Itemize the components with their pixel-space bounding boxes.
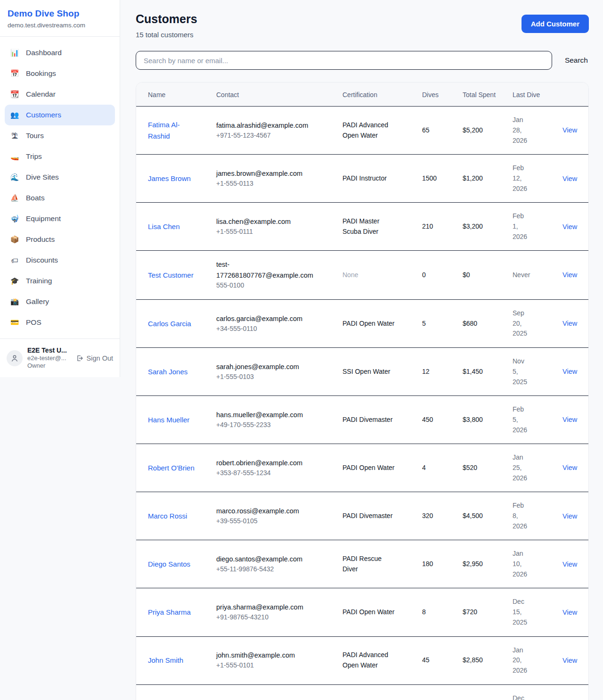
view-link[interactable]: View xyxy=(562,464,577,471)
search-button[interactable]: Search xyxy=(564,53,589,67)
shop-header: Demo Dive Shop demo.test.divestreams.com xyxy=(0,0,120,37)
customer-phone: +1-555-0101 xyxy=(216,660,327,671)
sidebar-item-customers[interactable]: 👥 Customers xyxy=(5,105,115,125)
customer-name-link[interactable]: Carlos Garcia xyxy=(148,318,191,329)
customer-last-dive: Feb 12, 2026 xyxy=(501,155,535,202)
customer-total-spent: $5,200 xyxy=(451,117,501,144)
customer-name-link[interactable]: Diego Santos xyxy=(148,559,190,569)
customer-phone: +1-555-0103 xyxy=(216,372,327,382)
customer-dives: 0 xyxy=(410,262,451,289)
sidebar-item-tours[interactable]: 🏝 Tours xyxy=(5,125,115,146)
diving-mask-icon: 🤿 xyxy=(9,214,20,223)
view-link[interactable]: View xyxy=(562,223,577,231)
customer-name-link[interactable]: Fatima Al-Rashid xyxy=(148,119,197,141)
customer-name-link[interactable]: John Smith xyxy=(148,655,183,666)
view-link[interactable]: View xyxy=(562,609,577,616)
sidebar-item-trips[interactable]: 🚤 Trips xyxy=(5,146,115,167)
view-link[interactable]: View xyxy=(562,560,577,568)
avatar xyxy=(7,350,23,366)
sidebar-item-training[interactable]: 🎓 Training xyxy=(5,271,115,291)
customer-total-spent: $4,500 xyxy=(451,502,501,530)
view-link[interactable]: View xyxy=(562,416,577,423)
customer-last-dive: Jan 20, 2026 xyxy=(501,637,535,684)
sidebar-item-products[interactable]: 📦 Products xyxy=(5,229,115,250)
table-row: Lisa Chen lisa.chen@example.com +1-555-0… xyxy=(136,203,588,251)
sidebar-item-label: Boats xyxy=(26,194,45,202)
customer-name-link[interactable]: Lisa Chen xyxy=(148,221,180,232)
customer-name-link[interactable]: Sarah Jones xyxy=(148,366,187,377)
customer-certification: PADI Instructor xyxy=(331,165,399,192)
add-customer-button[interactable]: Add Customer xyxy=(522,15,589,33)
sidebar-item-boats[interactable]: ⛵ Boats xyxy=(5,188,115,208)
shop-domain: demo.test.divestreams.com xyxy=(8,22,112,29)
customer-total-spent: $2,850 xyxy=(451,647,501,674)
customer-last-dive: Jan 28, 2026 xyxy=(501,107,535,154)
customer-dives: 45 xyxy=(410,647,451,674)
customer-last-dive: Nov 5, 2025 xyxy=(501,348,535,395)
sidebar-item-dive-sites[interactable]: 🌊 Dive Sites xyxy=(5,167,115,188)
page-title: Customers xyxy=(136,12,197,26)
customer-last-dive: Feb 5, 2026 xyxy=(501,396,535,444)
customer-name-link[interactable]: Priya Sharma xyxy=(148,607,191,618)
sidebar-item-gallery[interactable]: 📸 Gallery xyxy=(5,291,115,312)
customer-certification: PADI Open Water xyxy=(331,599,399,626)
customer-name-link[interactable]: Robert O'Brien xyxy=(148,462,195,473)
customer-email: carlos.garcia@example.com xyxy=(216,313,319,324)
user-section: E2E Test U... e2e-tester@... Owner Sign … xyxy=(0,338,120,377)
view-link[interactable]: View xyxy=(562,126,577,134)
customer-last-dive: Dec 28, 2025 xyxy=(501,685,535,700)
customer-dives: 5 xyxy=(410,310,451,338)
customer-name-link[interactable]: Hans Mueller xyxy=(148,414,189,425)
customer-certification: PADI Divemaster xyxy=(331,406,399,434)
customer-last-dive: Feb 8, 2026 xyxy=(501,492,535,540)
customer-email: diego.santos@example.com xyxy=(216,554,319,564)
column-header-name: Name xyxy=(136,82,204,106)
search-row: Search xyxy=(136,51,589,70)
view-link[interactable]: View xyxy=(562,657,577,664)
sidebar-item-bookings[interactable]: 📅 Bookings xyxy=(5,63,115,84)
view-link[interactable]: View xyxy=(562,271,577,279)
customer-phone: +39-555-0105 xyxy=(216,516,327,527)
view-link[interactable]: View xyxy=(562,320,577,327)
sidebar-item-equipment[interactable]: 🤿 Equipment xyxy=(5,208,115,229)
customer-email: yuki.tanaka@example.com xyxy=(216,698,319,700)
customer-last-dive: Jan 25, 2026 xyxy=(501,444,535,492)
customer-name-link[interactable]: James Brown xyxy=(148,173,191,184)
customer-count: 15 total customers xyxy=(136,31,197,39)
customer-phone: +971-55-123-4567 xyxy=(216,131,327,141)
user-meta: E2E Test U... e2e-tester@... Owner xyxy=(27,346,71,370)
customer-name-link[interactable]: Marco Rossi xyxy=(148,511,187,521)
sidebar-item-pos[interactable]: 💳 POS xyxy=(5,312,115,333)
customer-dives: 12 xyxy=(410,358,451,386)
tear-off-calendar-icon: 📆 xyxy=(9,90,20,99)
view-link[interactable]: View xyxy=(562,512,577,520)
customer-total-spent: $3,200 xyxy=(451,213,501,240)
customer-total-spent: $520 xyxy=(451,454,501,482)
customer-phone: +91-98765-43210 xyxy=(216,612,327,623)
customer-dives: 28 xyxy=(410,695,451,700)
sidebar-item-label: Dive Sites xyxy=(26,173,59,181)
sign-out-button[interactable]: Sign Out xyxy=(76,354,113,362)
customer-email: john.smith@example.com xyxy=(216,650,319,660)
customers-table: Name Contact Certification Dives Total S… xyxy=(136,82,589,700)
customer-name-link[interactable]: Test Customer xyxy=(148,270,194,280)
search-input[interactable] xyxy=(136,51,552,70)
sidebar-item-label: Training xyxy=(26,277,52,285)
sidebar-item-label: Customers xyxy=(26,111,61,119)
view-link[interactable]: View xyxy=(562,175,577,182)
sidebar-item-dashboard[interactable]: 📊 Dashboard xyxy=(5,42,115,63)
sidebar-item-calendar[interactable]: 📆 Calendar xyxy=(5,84,115,105)
customer-dives: 8 xyxy=(410,599,451,626)
customer-total-spent: $1,800 xyxy=(451,695,501,700)
customer-dives: 210 xyxy=(410,213,451,240)
customer-phone: 555-0100 xyxy=(216,280,327,291)
camera-icon: 📸 xyxy=(9,297,20,306)
sidebar-item-discounts[interactable]: 🏷 Discounts xyxy=(5,250,115,271)
tag-icon: 🏷 xyxy=(9,256,20,264)
sailboat-icon: ⛵ xyxy=(9,194,20,202)
sidebar-item-label: Discounts xyxy=(26,256,58,264)
table-row: Diego Santos diego.santos@example.com +5… xyxy=(136,540,588,588)
view-link[interactable]: View xyxy=(562,368,577,375)
sidebar-item-label: Tours xyxy=(26,132,44,140)
calendar-icon: 📅 xyxy=(9,69,20,78)
